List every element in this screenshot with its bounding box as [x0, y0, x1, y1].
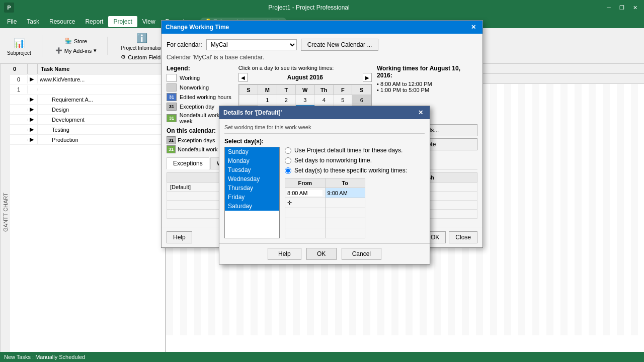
cal-header-s1: S — [239, 85, 258, 95]
cal-day[interactable]: 3 — [296, 95, 314, 105]
addins-icon: ➕ — [55, 47, 62, 54]
store-btn[interactable]: 🏪 Store — [62, 37, 90, 45]
cwt-help-btn[interactable]: Help — [167, 231, 192, 243]
create-calendar-btn[interactable]: Create New Calendar ... — [301, 39, 379, 51]
custom-fields-label: Custom Fields — [128, 54, 163, 60]
from-input-1[interactable] — [287, 190, 323, 196]
details-dialog: Details for '[Default]' ✕ Set working ti… — [219, 106, 430, 264]
ribbon-group-addins: 🏪 Store ➕ My Add-ins ▾ — [52, 37, 108, 55]
menu-project[interactable]: Project — [108, 16, 137, 27]
day-tuesday[interactable]: Tuesday — [225, 165, 279, 174]
time-to-4[interactable] — [325, 218, 365, 228]
cal-header-m: M — [258, 85, 277, 95]
cal-day[interactable]: 6 — [352, 95, 371, 105]
to-input-1[interactable] — [328, 190, 363, 196]
working-time-2: • 1:00 PM to 5:00 PM — [377, 87, 477, 93]
subproject-btn[interactable]: 📊 Subproject — [4, 35, 34, 57]
time-to-5[interactable] — [325, 228, 365, 238]
cwt-titlebar: Change Working Time ✕ — [162, 21, 482, 34]
table-row[interactable]: 1 — [10, 84, 165, 95]
day-friday[interactable]: Friday — [225, 193, 279, 202]
cal-day[interactable]: 5 — [334, 95, 352, 105]
my-addins-btn[interactable]: ➕ My Add-ins ▾ — [52, 46, 100, 55]
details-ok-btn[interactable]: OK — [306, 248, 337, 260]
time-from-1[interactable] — [285, 188, 326, 198]
gantt-chart-label: GANTT CHART — [0, 64, 10, 360]
legend-working: Working — [167, 74, 233, 82]
table-row[interactable]: ▶ Development — [10, 115, 165, 125]
radio-specific-label: Set day(s) to these specific working tim… — [294, 167, 407, 174]
table-row[interactable]: ▶ Production — [10, 135, 165, 145]
menu-task[interactable]: Task — [22, 16, 44, 27]
time-row-3 — [285, 208, 365, 218]
cwt-close-btn[interactable]: ✕ — [468, 22, 478, 32]
legend-exception-label: Exception day — [180, 104, 214, 110]
tab-exceptions[interactable]: Exceptions — [167, 157, 209, 169]
legend-edited-box: 31 — [167, 93, 177, 101]
radio-nonworking[interactable] — [285, 157, 291, 164]
calendar-select[interactable]: MyCal — [206, 39, 297, 50]
table-row[interactable]: ▶ Testing — [10, 125, 165, 135]
cwt-info: Calendar 'MyCal' is a base calendar. — [167, 54, 477, 61]
legend-edited-row: 31 Edited working hours — [167, 93, 233, 101]
time-from-3[interactable] — [285, 208, 326, 218]
details-main: Sunday Monday Tuesday Wednesday Thursday… — [224, 147, 425, 238]
col-indicator-header — [28, 64, 38, 74]
ribbon-group-insert: 📊 Subproject — [4, 35, 42, 57]
restore-btn[interactable]: ❐ — [617, 3, 627, 13]
cal-day[interactable]: 1 — [258, 95, 277, 105]
project-info-btn[interactable]: ℹ️ Project Information — [118, 30, 166, 52]
cwt-close-dialog-btn[interactable]: Close — [449, 231, 477, 243]
task-icon: ▶ — [30, 136, 34, 142]
day-thursday[interactable]: Thursday — [225, 184, 279, 193]
project-info-label: Project Information — [121, 45, 163, 51]
radio-row-2: Set days to nonworking time. — [285, 157, 425, 164]
menu-report[interactable]: Report — [80, 16, 108, 27]
task-icon: ▶ — [30, 116, 34, 122]
details-cancel-btn[interactable]: Cancel — [342, 248, 381, 260]
cal-day[interactable]: 4 — [314, 95, 333, 105]
radio-specific-times[interactable] — [285, 167, 291, 174]
close-btn[interactable]: ✕ — [630, 3, 640, 13]
day-wednesday[interactable]: Wednesday — [225, 174, 279, 184]
cal-day[interactable] — [239, 95, 258, 105]
time-to-1[interactable] — [325, 188, 365, 198]
details-title: Details for '[Default]' — [223, 109, 282, 116]
cal-day[interactable]: 2 — [277, 95, 295, 105]
task-icon: ▶ — [30, 126, 34, 132]
add-time-cursor: ✛ — [287, 200, 292, 206]
custom-fields-btn[interactable]: ⚙ Custom Fields — [118, 53, 166, 61]
menu-file[interactable]: File — [2, 16, 22, 27]
time-to-2[interactable] — [325, 198, 365, 208]
cal-month-title: August 2016 — [251, 74, 360, 81]
menu-resource[interactable]: Resource — [44, 16, 80, 27]
working-times-title: Working times for August 10, 2016: — [377, 65, 477, 79]
status-bar: New Tasks : Manually Scheduled — [0, 352, 644, 362]
radio-row-1: Use Project default times for these days… — [285, 147, 425, 154]
details-footer: Help OK Cancel — [219, 243, 430, 264]
menu-view[interactable]: View — [137, 16, 160, 27]
time-from-5[interactable] — [285, 228, 326, 238]
radio-default-times[interactable] — [285, 147, 291, 154]
day-sunday[interactable]: Sunday — [225, 147, 279, 156]
table-row[interactable]: ▶ Design — [10, 105, 165, 115]
minimize-btn[interactable]: ─ — [604, 3, 614, 13]
cal-nav: ◀ August 2016 ▶ — [238, 73, 372, 82]
store-label: Store — [74, 38, 87, 44]
time-row-2: ✛ — [285, 198, 365, 208]
cal-next-btn[interactable]: ▶ — [363, 73, 372, 82]
day-saturday[interactable]: Saturday — [225, 202, 279, 211]
details-body: Set working time for this work week Sele… — [219, 119, 430, 243]
time-to-3[interactable] — [325, 208, 365, 218]
time-from-2[interactable]: ✛ — [285, 198, 326, 208]
cal-prev-btn[interactable]: ◀ — [238, 73, 248, 82]
radio-row-3: Set day(s) to these specific working tim… — [285, 167, 425, 174]
details-close-btn[interactable]: ✕ — [416, 108, 426, 118]
details-titlebar: Details for '[Default]' ✕ — [219, 106, 430, 119]
day-monday[interactable]: Monday — [225, 156, 279, 165]
days-listbox: Sunday Monday Tuesday Wednesday Thursday… — [224, 147, 280, 238]
details-help-btn[interactable]: Help — [268, 248, 301, 260]
time-from-4[interactable] — [285, 218, 326, 228]
table-row[interactable]: ▶ Requirement A... — [10, 95, 165, 105]
table-row[interactable]: 0 ▶ www.KidVenture... — [10, 74, 165, 84]
